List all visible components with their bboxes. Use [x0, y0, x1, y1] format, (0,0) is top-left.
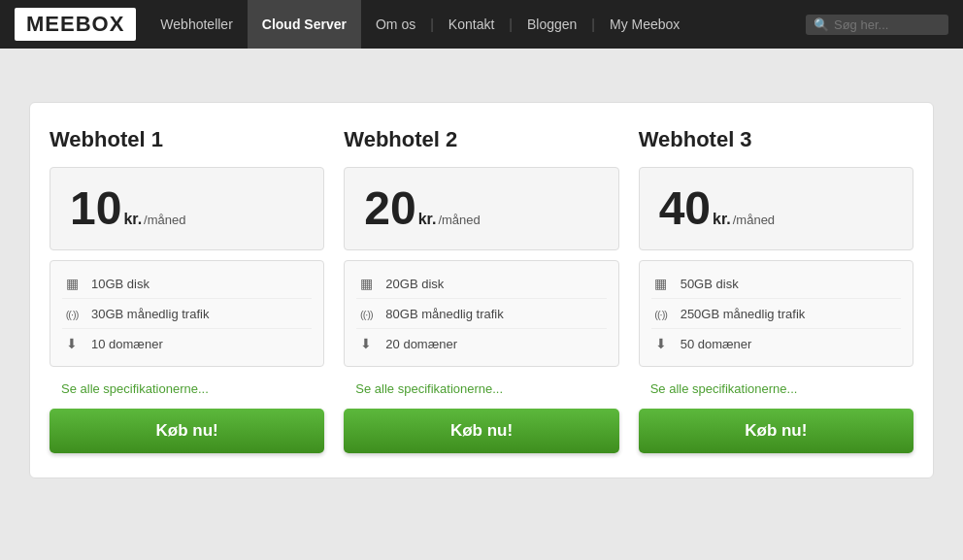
- feature-icon-wifi: ((·)): [62, 306, 82, 321]
- feature-icon-domain: ⬇: [356, 336, 376, 351]
- spec-link-3[interactable]: Se alle specifikationerne...: [639, 377, 913, 401]
- feature-row-3-2: ((·))250GB månedlig trafik: [651, 299, 901, 329]
- feature-icon-disk: ▦: [651, 276, 671, 291]
- search-input[interactable]: [834, 17, 941, 32]
- feature-text-2-2: 80GB månedlig trafik: [385, 307, 503, 321]
- plan-card-3: Webhotel 340kr./måned▦50GB disk((·))250G…: [639, 127, 913, 453]
- spec-link-2[interactable]: Se alle specifikationerne...: [344, 377, 618, 401]
- buy-button-2[interactable]: Køb nu!: [344, 409, 618, 453]
- feature-icon-wifi: ((·)): [651, 306, 671, 321]
- feature-row-3-1: ▦50GB disk: [651, 269, 901, 299]
- feature-icon-domain: ⬇: [651, 336, 671, 351]
- feature-row-1-1: ▦10GB disk: [62, 269, 312, 299]
- site-header: MEEBOX Webhoteller Cloud Server Om os | …: [0, 0, 963, 49]
- main-nav: Webhoteller Cloud Server Om os | Kontakt…: [146, 0, 948, 49]
- feature-text-2-1: 20GB disk: [385, 277, 444, 291]
- price-box-1: 10kr./måned: [50, 167, 324, 250]
- feature-icon-disk: ▦: [356, 276, 376, 291]
- buy-button-1[interactable]: Køb nu!: [50, 409, 324, 453]
- plan-card-2: Webhotel 220kr./måned▦20GB disk((·))80GB…: [344, 127, 618, 453]
- logo[interactable]: MEEBOX: [15, 8, 136, 41]
- feature-text-2-3: 20 domæner: [385, 337, 457, 351]
- feature-text-3-1: 50GB disk: [681, 277, 739, 291]
- feature-row-2-2: ((·))80GB månedlig trafik: [356, 299, 606, 329]
- nav-right: 🔍: [806, 15, 948, 35]
- nav-cloud-server[interactable]: Cloud Server: [248, 0, 361, 49]
- feature-text-1-1: 10GB disk: [91, 277, 149, 291]
- feature-row-3-3: ⬇50 domæner: [651, 329, 901, 358]
- price-period-1: /måned: [144, 213, 185, 227]
- nav-webhoteller[interactable]: Webhoteller: [146, 0, 247, 49]
- price-box-3: 40kr./måned: [639, 167, 913, 250]
- features-1: ▦10GB disk((·))30GB månedlig trafik⬇10 d…: [50, 260, 324, 367]
- feature-text-1-3: 10 domæner: [91, 337, 163, 351]
- feature-row-2-1: ▦20GB disk: [356, 269, 606, 299]
- nav-my-meebox[interactable]: My Meebox: [595, 0, 694, 49]
- feature-row-2-3: ⬇20 domæner: [356, 329, 606, 358]
- price-unit-2: kr.: [418, 211, 437, 228]
- feature-text-3-3: 50 domæner: [681, 337, 752, 351]
- plan-card-1: Webhotel 110kr./måned▦10GB disk((·))30GB…: [50, 127, 324, 453]
- feature-row-1-2: ((·))30GB månedlig trafik: [62, 299, 312, 329]
- price-unit-3: kr.: [713, 211, 731, 228]
- spec-link-1[interactable]: Se alle specifikationerne...: [50, 377, 324, 401]
- plan-title-3: Webhotel 3: [639, 127, 913, 152]
- price-period-3: /måned: [733, 213, 775, 227]
- nav-bloggen[interactable]: Bloggen: [513, 0, 591, 49]
- plan-title-2: Webhotel 2: [344, 127, 618, 152]
- feature-icon-wifi: ((·)): [356, 306, 376, 321]
- search-container: 🔍: [806, 15, 948, 35]
- price-amount-3: 40: [659, 185, 711, 232]
- price-amount-2: 20: [364, 185, 415, 232]
- buy-button-3[interactable]: Køb nu!: [639, 409, 913, 453]
- features-3: ▦50GB disk((·))250GB månedlig trafik⬇50 …: [639, 260, 913, 367]
- price-period-2: /måned: [438, 213, 480, 227]
- plans-container: Webhotel 110kr./måned▦10GB disk((·))30GB…: [29, 102, 934, 478]
- page-content: Webhotel 110kr./måned▦10GB disk((·))30GB…: [0, 49, 963, 498]
- features-2: ▦20GB disk((·))80GB månedlig trafik⬇20 d…: [344, 260, 618, 367]
- feature-text-1-2: 30GB månedlig trafik: [91, 307, 209, 321]
- feature-text-3-2: 250GB månedlig trafik: [681, 307, 806, 321]
- feature-icon-domain: ⬇: [62, 336, 82, 351]
- price-amount-1: 10: [70, 185, 121, 232]
- search-icon: 🔍: [814, 17, 829, 32]
- feature-row-1-3: ⬇10 domæner: [62, 329, 312, 358]
- nav-om-os[interactable]: Om os: [361, 0, 430, 49]
- price-box-2: 20kr./måned: [344, 167, 618, 250]
- price-unit-1: kr.: [123, 211, 142, 228]
- plan-title-1: Webhotel 1: [50, 127, 324, 152]
- nav-kontakt[interactable]: Kontakt: [434, 0, 509, 49]
- feature-icon-disk: ▦: [62, 276, 82, 291]
